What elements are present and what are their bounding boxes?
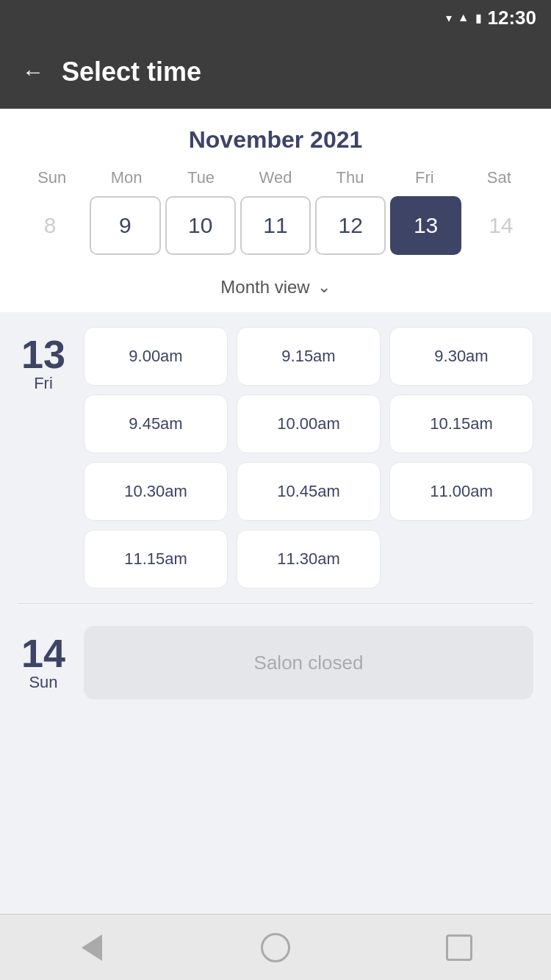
day-name-14: Sun xyxy=(29,673,57,692)
day-number-13: 13 xyxy=(21,334,65,374)
date-10[interactable]: 10 xyxy=(165,196,236,255)
time-slot-1100am[interactable]: 11.00am xyxy=(389,462,533,521)
day-block-13: 13 Fri 9.00am 9.15am 9.30am 9.45am 10.00… xyxy=(18,327,533,588)
month-view-label: Month view xyxy=(220,277,309,298)
nav-back-button[interactable] xyxy=(73,929,110,966)
chevron-down-icon: ⌄ xyxy=(317,278,331,297)
weekday-fri: Fri xyxy=(387,168,461,187)
day-label-13: 13 Fri xyxy=(18,327,69,588)
day-name-13: Fri xyxy=(34,374,53,393)
status-bar: ▾ ▲ ▮ 12:30 xyxy=(0,0,551,35)
weekday-row: Sun Mon Tue Wed Thu Fri Sat xyxy=(15,168,536,187)
bottom-nav xyxy=(0,914,551,980)
time-slot-915am[interactable]: 9.15am xyxy=(237,327,381,386)
date-12[interactable]: 12 xyxy=(315,196,386,255)
date-14: 14 xyxy=(466,196,536,255)
date-13[interactable]: 13 xyxy=(390,196,461,255)
weekday-thu: Thu xyxy=(313,168,387,187)
page-title: Select time xyxy=(62,57,201,87)
status-icons: ▾ ▲ ▮ 12:30 xyxy=(446,7,536,29)
weekday-mon: Mon xyxy=(89,168,163,187)
date-9[interactable]: 9 xyxy=(90,196,160,255)
slots-section: 13 Fri 9.00am 9.15am 9.30am 9.45am 10.00… xyxy=(0,312,551,914)
day-block-14: 14 Sun Salon closed xyxy=(18,626,533,699)
day-divider xyxy=(18,603,533,604)
time-slot-930am[interactable]: 9.30am xyxy=(389,327,533,386)
battery-icon: ▮ xyxy=(475,11,482,25)
time-slot-1115am[interactable]: 11.15am xyxy=(84,530,228,588)
calendar-section: November 2021 Sun Mon Tue Wed Thu Fri Sa… xyxy=(0,109,551,312)
status-time: 12:30 xyxy=(488,7,537,29)
dates-row: 8 9 10 11 12 13 14 xyxy=(15,196,536,255)
time-slot-1015am[interactable]: 10.15am xyxy=(389,394,533,453)
time-slot-945am[interactable]: 9.45am xyxy=(84,394,228,453)
back-button[interactable]: ← xyxy=(22,60,44,84)
weekday-sat: Sat xyxy=(462,168,536,187)
weekday-tue: Tue xyxy=(164,168,238,187)
nav-home-button[interactable] xyxy=(257,929,294,966)
header: ← Select time xyxy=(0,35,551,109)
wifi-icon: ▾ xyxy=(446,11,452,25)
time-slot-1045am[interactable]: 10.45am xyxy=(237,462,381,521)
time-slot-1130am[interactable]: 11.30am xyxy=(237,530,381,588)
time-slot-900am[interactable]: 9.00am xyxy=(84,327,228,386)
weekday-sun: Sun xyxy=(15,168,89,187)
day-number-14: 14 xyxy=(21,633,65,673)
day-label-14: 14 Sun xyxy=(18,626,69,699)
salon-closed-message: Salon closed xyxy=(84,626,533,699)
month-year-title: November 2021 xyxy=(15,126,536,154)
weekday-wed: Wed xyxy=(238,168,312,187)
time-slot-1030am[interactable]: 10.30am xyxy=(84,462,228,521)
month-view-toggle[interactable]: Month view ⌄ xyxy=(15,267,536,312)
nav-recents-button[interactable] xyxy=(441,929,478,966)
date-8: 8 xyxy=(15,196,85,255)
time-slot-1000am[interactable]: 10.00am xyxy=(237,394,381,453)
signal-icon: ▲ xyxy=(458,11,469,24)
time-grid-13: 9.00am 9.15am 9.30am 9.45am 10.00am 10.1… xyxy=(84,327,533,588)
date-11[interactable]: 11 xyxy=(240,196,311,255)
